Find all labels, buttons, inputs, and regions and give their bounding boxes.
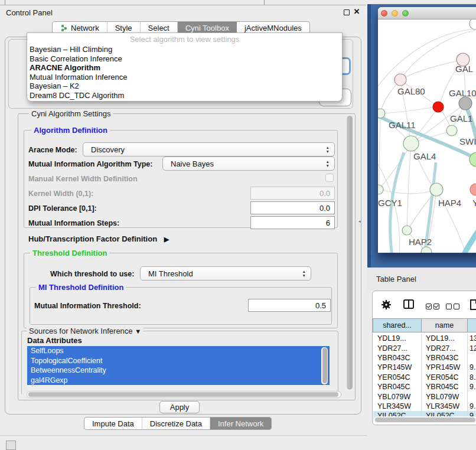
panel-splitter-handle[interactable]: ◂ [358, 219, 361, 224]
table-panel-titlebar: Table Panel [367, 268, 476, 291]
dpi-tolerance-label: DPI Tolerance [0,1]: [28, 204, 97, 213]
node-gal11[interactable] [378, 109, 385, 118]
table-panel-title: Table Panel [376, 275, 416, 283]
tab-select[interactable]: Select [141, 22, 178, 34]
table-row[interactable]: YLR345WYLR345W9. [373, 402, 476, 411]
algorithm-dropdown-popup: Select algorithm to view settings Bayesi… [27, 32, 343, 102]
mac-zoom-button[interactable] [402, 10, 409, 17]
node-gcy1[interactable] [378, 185, 383, 194]
show-columns-icon[interactable] [426, 301, 441, 311]
table-row[interactable]: YER054CYER054C8. [373, 373, 476, 382]
data-attributes-list[interactable]: SelfLoops TopologicalCoefficient Between… [27, 346, 330, 386]
spinner-icon: ▲▼ [302, 269, 306, 278]
table-row[interactable]: YPR145WYPR145W9. [373, 363, 476, 372]
dropdown-item[interactable]: Bayesian – Hill Climbing [27, 45, 342, 54]
node-gal80[interactable] [395, 74, 406, 86]
node-y-salmon[interactable] [470, 184, 476, 195]
control-panel-titlebar: Control Panel ✕ [0, 5, 366, 19]
list-vertical-scrollbar[interactable] [321, 347, 328, 384]
apply-button[interactable]: Apply [159, 401, 200, 413]
node-gal4[interactable] [403, 136, 419, 151]
cyni-mode-tabbar: Impute Data Discretize Data Infer Networ… [84, 417, 272, 430]
tab-cyni-toolbox[interactable]: Cyni Toolbox [178, 22, 237, 34]
node-unlabeled[interactable] [470, 19, 476, 30]
network-icon [60, 24, 68, 32]
settings-vertical-scrollbar[interactable] [346, 116, 353, 391]
kernel-width-input[interactable] [250, 187, 335, 200]
tab-impute-data[interactable]: Impute Data [84, 418, 142, 429]
which-threshold-combobox[interactable]: MI Threshold ▲▼ [140, 266, 311, 281]
settings-horizontal-scrollbar[interactable] [27, 391, 341, 398]
mi-steps-input[interactable] [250, 216, 335, 229]
tab-network[interactable]: Network [53, 22, 107, 34]
frame-tick [5, 0, 5, 5]
node-gal10-gray[interactable] [459, 97, 472, 110]
dropdown-item[interactable]: Mutual Information Inference [27, 73, 342, 82]
tab-style[interactable]: Style [107, 22, 141, 34]
table-row[interactable]: YDR27...YDR27...12 [373, 343, 476, 353]
column-header-shared-name[interactable]: shared... [373, 318, 422, 332]
dpi-tolerance-input[interactable] [250, 201, 335, 214]
table-row[interactable]: YBL079WYBL079W [373, 392, 476, 401]
network-graph: GAL GAL80 GAL10 GAL1 GAL11 SWI4 GAL4 GCY… [378, 19, 476, 253]
list-item[interactable]: SelfLoops [27, 346, 330, 356]
tab-jactivemnodules[interactable]: jActiveMNodules [237, 22, 309, 34]
mi-algorithm-type-combobox[interactable]: Naive Bayes ▲▼ [162, 156, 335, 171]
table-row[interactable]: YDL19...YDL19...13 [373, 334, 476, 343]
dropdown-item-selected[interactable]: ARACNE Algorithm [27, 63, 342, 73]
network-canvas[interactable]: GAL GAL80 GAL10 GAL1 GAL11 SWI4 GAL4 GCY… [378, 19, 476, 253]
table-row[interactable]: YBR045CYBR045C9. [373, 382, 476, 392]
mac-minimize-button[interactable] [392, 10, 398, 17]
column-header-name[interactable]: name [422, 318, 468, 332]
split-columns-icon[interactable] [403, 299, 414, 309]
close-icon[interactable]: ✕ [353, 6, 361, 17]
table-row[interactable]: YBR043CYBR043C [373, 353, 476, 363]
list-item[interactable]: TopologicalCoefficient [27, 356, 330, 366]
list-item[interactable]: gal4RGexp [27, 376, 330, 386]
dropdown-item[interactable]: Bayesian – K2 [27, 81, 342, 91]
list-item[interactable]: BetweennessCentrality [27, 366, 330, 376]
dock-bottom-border [0, 435, 367, 436]
mi-type-label: Mutual Information Algorithm Type: [28, 160, 152, 168]
network-view-window: GAL GAL80 GAL10 GAL1 GAL11 SWI4 GAL4 GCY… [378, 7, 476, 253]
table-panel-card: shared... name A YDL19...YDL19...13 YDR2… [372, 291, 476, 425]
node-label: Y [472, 198, 476, 208]
minimized-panel-icon[interactable] [6, 441, 16, 450]
node-hap4[interactable] [430, 183, 443, 196]
manual-kernel-checkbox[interactable] [325, 174, 334, 182]
node-label: GAL11 [389, 120, 416, 130]
mi-threshold-input[interactable] [248, 299, 331, 312]
settings-panel-title: Cyni Algorithm Settings [29, 109, 113, 118]
manual-kernel-label: Manual Kernel Width Definition [28, 175, 138, 183]
dropdown-item[interactable]: Dream8 DC_TDC Algorithm [27, 91, 342, 100]
node-label: SWI4 [459, 136, 476, 146]
node-gal1[interactable] [446, 125, 457, 136]
hide-columns-icon[interactable] [446, 301, 461, 311]
mi-threshold-label: Mutual Information Threshold: [34, 302, 141, 310]
mac-close-button[interactable] [381, 10, 387, 17]
node-label: HAP2 [409, 237, 432, 247]
table-horizontal-scrollbar[interactable] [374, 416, 476, 423]
gear-icon[interactable] [381, 299, 392, 310]
hub-definition-toggle[interactable]: Hub/Transcription Factor Definition ▶ [28, 234, 169, 243]
sources-toggle[interactable]: Sources for Network Inference ▼ [27, 327, 144, 335]
tab-label: Network [71, 24, 99, 32]
dropdown-item[interactable]: Basic Correlation Inference [27, 54, 342, 64]
node-label: GAL10 [449, 88, 476, 98]
aracne-mode-combobox[interactable]: Discovery ▲▼ [83, 142, 335, 156]
threshold-definition-title: Threshold Definition [30, 249, 109, 257]
data-attributes-label: Data Attributes [27, 336, 82, 345]
table-toolbar [373, 291, 476, 318]
mi-threshold-title: MI Threshold Definition [36, 283, 126, 292]
network-window-titlebar[interactable] [378, 7, 476, 19]
node-hap2[interactable] [402, 226, 412, 235]
float-window-icon[interactable] [344, 9, 350, 15]
node-selected-red[interactable] [433, 102, 444, 112]
which-threshold-label: Which threshold to use: [50, 270, 134, 278]
tab-infer-network[interactable]: Infer Network [210, 418, 271, 429]
file-icon[interactable] [470, 299, 476, 310]
column-header-partial[interactable]: A [468, 318, 476, 332]
tab-discretize-data[interactable]: Discretize Data [142, 418, 210, 429]
algorithm-definition-title: Algorithm Definition [31, 126, 110, 135]
control-panel-dock: Control Panel ✕ Network Style Select Cyn… [0, 0, 367, 450]
